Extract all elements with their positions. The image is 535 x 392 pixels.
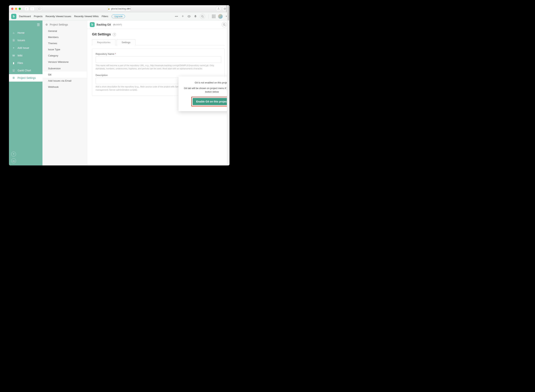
more-icon[interactable]: ••• <box>175 14 178 18</box>
subnav-members[interactable]: Members <box>42 34 87 40</box>
avatar[interactable] <box>218 14 223 19</box>
subnav-subversion[interactable]: Subversion <box>42 65 87 72</box>
nav-filters[interactable]: Filters <box>102 15 108 18</box>
page-title: Git Settings <box>92 33 111 36</box>
popover-line-1: Git is not enabled on this project <box>182 81 229 84</box>
subnav-webhook[interactable]: Webhook <box>42 84 87 90</box>
app-logo[interactable]: b <box>11 14 16 19</box>
nav-projects[interactable]: Projects <box>34 15 43 18</box>
enable-git-button[interactable]: Enable Git on this project <box>193 98 229 105</box>
hamburger-icon[interactable]: ☰ <box>34 20 42 29</box>
gear-icon: ⚙ <box>12 76 15 79</box>
project-name: Backlog Git <box>97 23 111 26</box>
subnav: ⚙ Project Settings General Members Theme… <box>42 20 87 165</box>
project-logo: b <box>90 22 95 27</box>
svg-rect-2 <box>224 8 225 9</box>
browser-nav: ‹ › <box>24 7 35 11</box>
sidebar-item-home[interactable]: ⌂Home <box>9 29 42 37</box>
gantt-icon: ☳ <box>12 69 15 72</box>
sidebar-toggle-button[interactable] <box>37 7 42 11</box>
svg-rect-3 <box>224 8 226 9</box>
svg-point-4 <box>189 16 190 17</box>
sidebar-item-project-settings[interactable]: ⚙Project Settings <box>9 74 42 82</box>
sidebar-label: Home <box>18 31 24 34</box>
sidebar: ☰ ⌂Home ☰Issues ＋Add Issue WWiki ▮Files … <box>9 20 42 165</box>
maximize-window-button[interactable] <box>19 8 21 10</box>
sidebar-item-issues[interactable]: ☰Issues <box>9 37 42 44</box>
plus-icon: ＋ <box>12 46 15 50</box>
nav-dashboard[interactable]: Dashboard <box>19 15 31 18</box>
sidebar-item-gantt[interactable]: ☳Gantt Chart <box>9 67 42 74</box>
reload-icon[interactable]: ⟳ <box>127 7 129 10</box>
popover-line-2: Git tab will be shown on project menu if… <box>182 86 229 94</box>
project-code: (BLGGIT) <box>113 23 122 26</box>
subnav-version[interactable]: Version/ Milestone <box>42 59 87 65</box>
sidebar-label: Add Issue <box>18 47 29 49</box>
minimize-window-button[interactable] <box>15 8 17 10</box>
svg-line-8 <box>225 25 226 26</box>
tab-repositories[interactable]: Repositories <box>92 39 116 45</box>
tabs: Repositories Settings <box>92 39 225 45</box>
scrollbar[interactable] <box>227 20 229 165</box>
apps-icon[interactable] <box>212 15 215 18</box>
enable-git-popover: Git is not enabled on this project Git t… <box>178 76 229 111</box>
subnav-issue-type[interactable]: Issue Type <box>42 47 87 52</box>
repo-name-input[interactable] <box>96 56 221 63</box>
subnav-category[interactable]: Category <box>42 52 87 59</box>
project-bar: b Backlog Git (BLGGIT) <box>87 20 229 29</box>
svg-point-5 <box>202 15 203 17</box>
top-nav: Dashboard Projects Recently Viewed Issue… <box>19 15 108 18</box>
bell-icon[interactable] <box>194 14 197 18</box>
svg-line-6 <box>203 17 204 18</box>
repo-name-hint: This name will become a part of the repo… <box>96 64 221 70</box>
subnav-heading-label: Project Settings <box>50 23 68 26</box>
address-bar[interactable]: 🔒 gitorial.backlog.com ⟳ <box>107 6 131 11</box>
svg-rect-0 <box>39 8 41 9</box>
home-icon: ⌂ <box>12 31 15 34</box>
subnav-heading: ⚙ Project Settings <box>42 20 87 28</box>
svg-point-7 <box>223 23 225 25</box>
list-icon: ☰ <box>12 39 15 42</box>
nav-recent-issues[interactable]: Recently Viewed Issues <box>46 15 71 18</box>
forward-button[interactable]: › <box>30 7 35 11</box>
folder-icon: ▮ <box>12 61 15 65</box>
app-header: b Dashboard Projects Recently Viewed Iss… <box>9 12 229 20</box>
description-label: Description <box>96 74 221 77</box>
back-button[interactable]: ‹ <box>24 7 29 11</box>
project-search-button[interactable] <box>222 22 227 27</box>
tab-settings[interactable]: Settings <box>117 39 135 45</box>
repo-name-label: Repository Name * <box>96 52 221 55</box>
upgrade-button[interactable]: Upgrade <box>112 14 125 18</box>
search-button[interactable] <box>200 14 205 19</box>
help-icon[interactable]: ? <box>11 152 16 157</box>
window-controls <box>11 8 21 10</box>
sidebar-label: Wiki <box>18 54 22 57</box>
sidebar-item-wiki[interactable]: WWiki <box>9 52 42 59</box>
plus-icon[interactable]: + <box>181 14 185 18</box>
sidebar-label: Files <box>18 61 23 65</box>
sidebar-label: Project Settings <box>18 76 36 79</box>
sidebar-item-add-issue[interactable]: ＋Add Issue <box>9 44 42 52</box>
chat-icon[interactable]: ▭ <box>11 158 16 163</box>
subnav-general[interactable]: General <box>42 28 87 34</box>
browser-window: ‹ › 🔒 gitorial.backlog.com ⟳ + b Dashboa… <box>9 5 229 165</box>
app-body: ☰ ⌂Home ☰Issues ＋Add Issue WWiki ▮Files … <box>9 20 229 165</box>
wiki-icon: W <box>12 54 15 57</box>
enable-git-highlight: Enable Git on this project <box>191 97 229 106</box>
close-window-button[interactable] <box>11 8 14 10</box>
titlebar: ‹ › 🔒 gitorial.backlog.com ⟳ + <box>9 5 229 12</box>
main-area: b Backlog Git (BLGGIT) Git Settings ? Re… <box>87 20 229 165</box>
share-button[interactable] <box>216 7 221 11</box>
sidebar-label: Issues <box>18 39 25 42</box>
gear-icon: ⚙ <box>46 23 48 26</box>
sidebar-item-files[interactable]: ▮Files <box>9 59 42 67</box>
subnav-add-issues-email[interactable]: Add Issues via Email <box>42 78 87 84</box>
content: Git Settings ? Repositories Settings Rep… <box>87 29 229 99</box>
watch-icon[interactable] <box>187 14 191 18</box>
nav-recent-wikis[interactable]: Recently Viewed Wikis <box>74 15 98 18</box>
help-icon[interactable]: ? <box>113 33 116 36</box>
header-actions: ••• + ▼ <box>175 14 227 19</box>
subnav-git[interactable]: Git <box>42 72 87 78</box>
lock-icon: 🔒 <box>108 8 110 10</box>
subnav-themes[interactable]: Themes <box>42 40 87 47</box>
